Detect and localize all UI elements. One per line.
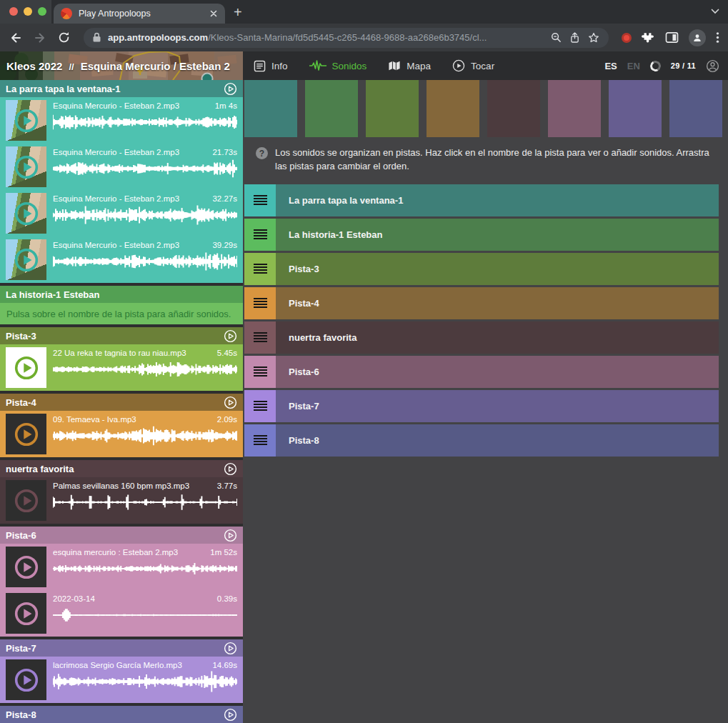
track-row[interactable]: Pista-6	[244, 356, 719, 388]
drag-handle[interactable]	[244, 321, 276, 354]
play-track-icon[interactable]	[224, 642, 237, 655]
clip-thumbnail[interactable]	[6, 480, 46, 521]
drag-handle[interactable]	[244, 356, 276, 388]
browser-profile-avatar[interactable]	[689, 29, 706, 46]
clip-waveform[interactable]	[53, 251, 237, 272]
new-tab-button[interactable]: +	[234, 4, 242, 21]
back-icon[interactable]	[9, 31, 23, 45]
clip-play-icon[interactable]	[12, 487, 41, 515]
track-header[interactable]: Pista-6	[0, 527, 243, 544]
track-header[interactable]: Pista-7	[0, 639, 243, 657]
clip-waveform[interactable]	[53, 425, 237, 447]
audio-clip[interactable]: esquina mercurio : Esteban 2.mp3 1m 52s	[0, 544, 243, 590]
track-row[interactable]: Pista-8	[244, 424, 719, 457]
clip-play-icon[interactable]	[12, 599, 41, 628]
track-row[interactable]: La historia-1 Esteban	[244, 219, 719, 251]
clip-thumbnail[interactable]	[6, 239, 46, 280]
track-row[interactable]: Pista-3	[244, 253, 719, 285]
clip-play-icon[interactable]	[12, 666, 41, 694]
tab-close-icon[interactable]	[209, 9, 218, 18]
clip-play-icon[interactable]	[12, 106, 41, 135]
clip-waveform[interactable]	[53, 604, 237, 626]
drag-handle[interactable]	[244, 390, 276, 422]
play-track-icon[interactable]	[224, 82, 237, 96]
track-row[interactable]: Pista-7	[244, 390, 719, 422]
clip-waveform[interactable]	[53, 671, 237, 692]
share-icon[interactable]	[569, 31, 581, 44]
tab-sonidos[interactable]: Sonidos	[309, 60, 367, 71]
play-track-icon[interactable]	[224, 708, 237, 722]
play-track-icon[interactable]	[224, 462, 237, 476]
clip-thumbnail[interactable]	[6, 100, 46, 141]
audio-clip[interactable]: Esquina Mercurio - Esteban 2.mp3 21.73s	[0, 144, 243, 190]
tab-info[interactable]: Info	[254, 60, 288, 72]
record-indicator-icon[interactable]	[622, 33, 632, 43]
audio-clip[interactable]: Esquina Mercurio - Esteban 2.mp3 32.27s	[0, 190, 243, 236]
zoom-window-button[interactable]	[38, 7, 46, 16]
clip-play-icon[interactable]	[12, 199, 41, 228]
drag-handle[interactable]	[244, 253, 276, 285]
window-controls[interactable]	[9, 7, 46, 16]
track-header[interactable]: nuertra favorita	[0, 460, 243, 477]
clip-thumbnail[interactable]	[6, 659, 46, 700]
clip-thumbnail[interactable]	[6, 146, 46, 187]
drag-handle[interactable]	[244, 424, 276, 457]
close-window-button[interactable]	[9, 7, 18, 16]
browser-menu-icon[interactable]	[716, 31, 719, 44]
extensions-puzzle-icon[interactable]	[642, 31, 655, 44]
clip-thumbnail[interactable]	[6, 414, 46, 454]
clip-waveform[interactable]	[53, 158, 237, 179]
tab-mapa[interactable]: Mapa	[388, 60, 431, 71]
clip-waveform[interactable]	[53, 359, 237, 380]
side-panel-icon[interactable]	[665, 31, 679, 44]
url-text[interactable]: app.antropoloops.com/Kleos-Santa-Marina/…	[108, 32, 544, 43]
audio-clip[interactable]: 22 Ua reka te tagnia to rau niau.mp3 5.4…	[0, 344, 243, 391]
tab-tocar[interactable]: Tocar	[452, 59, 494, 72]
clip-play-icon[interactable]	[12, 553, 41, 582]
chevron-down-icon[interactable]	[709, 6, 721, 17]
audio-clip[interactable]: Esquina Mercurio - Esteban 2.mp3 39.29s	[0, 236, 243, 283]
track-header[interactable]: Pista-8	[0, 706, 243, 723]
track-header[interactable]: Pista-4	[0, 394, 243, 411]
account-icon[interactable]	[706, 59, 719, 73]
bookmark-star-icon[interactable]	[587, 31, 600, 44]
clip-play-icon[interactable]	[12, 354, 41, 382]
audio-clip[interactable]: 2022-03-14 0.39s	[0, 590, 243, 637]
clip-waveform[interactable]	[53, 204, 237, 226]
lang-en[interactable]: EN	[627, 61, 640, 71]
audio-clip[interactable]: Esquina Mercurio - Esteban 2.mp3 1m 4s	[0, 97, 243, 144]
reload-icon[interactable]	[57, 31, 71, 44]
forward-icon[interactable]	[33, 31, 47, 45]
audio-clip[interactable]: 09. Temaeva - Iva.mp3 2.09s	[0, 411, 243, 457]
clip-thumbnail[interactable]	[6, 547, 46, 587]
zoom-page-icon[interactable]	[550, 31, 562, 44]
clip-play-icon[interactable]	[12, 246, 41, 274]
play-track-icon[interactable]	[224, 329, 237, 343]
browser-tab[interactable]: Play Antropoloops	[54, 4, 225, 24]
audio-clip[interactable]: lacrimosa Sergio García Merlo.mp3 14.69s	[0, 657, 243, 703]
track-row[interactable]: Pista-4	[244, 287, 719, 319]
lang-es[interactable]: ES	[604, 61, 617, 71]
clip-thumbnail[interactable]	[6, 347, 46, 388]
track-row[interactable]: La parra tapa la ventana-1	[244, 184, 719, 216]
clip-play-icon[interactable]	[12, 420, 41, 449]
clip-waveform[interactable]	[53, 492, 237, 513]
play-track-icon[interactable]	[224, 396, 237, 409]
track-header[interactable]: La historia-1 Esteban	[0, 286, 243, 303]
drag-handle[interactable]	[244, 219, 276, 251]
drag-handle[interactable]	[244, 184, 276, 216]
project-name[interactable]: Kleos 2022	[6, 60, 62, 72]
address-bar[interactable]: app.antropoloops.com/Kleos-Santa-Marina/…	[84, 28, 609, 48]
track-row[interactable]: nuertra favorita	[244, 321, 719, 354]
lock-icon[interactable]	[92, 32, 101, 43]
clip-thumbnail[interactable]	[6, 193, 46, 234]
track-header[interactable]: La parra tapa la ventana-1	[0, 80, 243, 97]
clip-waveform[interactable]	[53, 111, 237, 133]
track-header[interactable]: Pista-3	[0, 327, 243, 344]
clip-play-icon[interactable]	[12, 153, 41, 181]
audio-clip[interactable]: Palmas sevillanas 160 bpm mp3.mp3 3.77s	[0, 477, 243, 524]
clip-thumbnail[interactable]	[6, 593, 46, 634]
drag-handle[interactable]	[244, 287, 276, 319]
clip-waveform[interactable]	[53, 558, 237, 579]
play-track-icon[interactable]	[224, 529, 237, 542]
